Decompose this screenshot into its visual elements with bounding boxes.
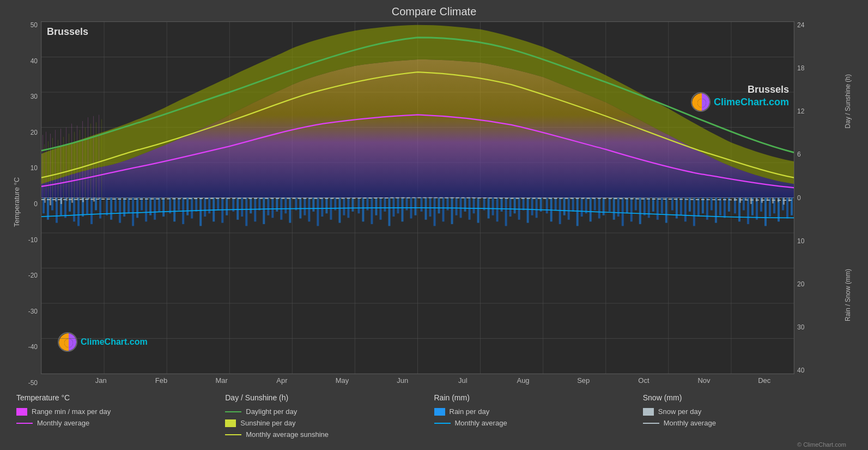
svg-rect-67 — [110, 198, 112, 220]
svg-rect-97 — [245, 198, 247, 226]
svg-rect-125 — [371, 198, 373, 224]
svg-rect-176 — [598, 198, 600, 219]
temp-range-swatch — [16, 408, 27, 416]
svg-rect-73 — [136, 198, 138, 218]
legend-item-temp-avg: Monthly average — [16, 419, 225, 427]
svg-rect-44 — [82, 121, 83, 198]
month-mar: Mar — [191, 376, 252, 385]
svg-rect-175 — [594, 198, 596, 211]
svg-rect-33 — [52, 138, 53, 197]
chart-main: Brussels — [41, 21, 794, 374]
svg-rect-126 — [375, 198, 377, 215]
legend-item-sunshine-bar: Sunshine per day — [225, 419, 434, 427]
legend-item-rain-avg: Monthly average — [434, 419, 643, 427]
svg-rect-47 — [90, 124, 91, 198]
svg-rect-101 — [263, 198, 265, 224]
svg-rect-154 — [501, 198, 503, 212]
svg-rect-66 — [106, 198, 108, 215]
svg-rect-88 — [204, 198, 206, 217]
svg-rect-180 — [617, 198, 620, 217]
legend-title-rain: Rain (mm) — [434, 393, 643, 402]
svg-rect-65 — [99, 198, 101, 219]
svg-rect-204 — [724, 198, 726, 218]
svg-rect-133 — [405, 198, 408, 211]
svg-rect-129 — [388, 198, 390, 226]
legend-item-snow-avg: Monthly average — [643, 419, 852, 427]
svg-rect-102 — [267, 198, 269, 215]
svg-rect-140 — [438, 198, 440, 214]
legend-title-snow: Snow (mm) — [643, 393, 852, 402]
svg-rect-182 — [626, 198, 628, 214]
svg-rect-111 — [308, 198, 310, 222]
svg-rect-30 — [46, 132, 46, 198]
svg-rect-100 — [258, 198, 260, 211]
svg-rect-46 — [88, 117, 88, 197]
svg-rect-153 — [496, 198, 499, 222]
svg-rect-187 — [648, 198, 650, 218]
svg-rect-114 — [321, 198, 323, 217]
svg-rect-141 — [442, 198, 445, 222]
svg-rect-197 — [693, 198, 695, 226]
svg-rect-95 — [236, 198, 239, 220]
svg-rect-72 — [132, 198, 134, 226]
svg-rect-191 — [665, 198, 667, 223]
svg-rect-185 — [639, 198, 641, 224]
month-jun: Jun — [372, 376, 433, 385]
svg-rect-156 — [509, 198, 512, 217]
month-apr: Apr — [252, 376, 312, 385]
snow-swatch — [643, 408, 654, 416]
svg-rect-77 — [154, 198, 156, 220]
month-may: May — [312, 376, 373, 385]
svg-rect-174 — [590, 198, 592, 222]
legend-title-sunshine: Day / Sunshine (h) — [225, 393, 434, 402]
copyright: © ClimeChart.com — [11, 441, 857, 450]
svg-rect-166 — [555, 198, 557, 211]
svg-rect-178 — [609, 198, 611, 212]
svg-rect-164 — [546, 198, 548, 214]
svg-rect-82 — [178, 198, 180, 211]
rain-swatch — [434, 408, 445, 416]
svg-rect-41 — [74, 132, 75, 198]
svg-rect-188 — [652, 198, 654, 212]
svg-rect-89 — [208, 198, 210, 214]
svg-rect-149 — [477, 198, 479, 223]
svg-rect-96 — [241, 198, 243, 217]
svg-rect-240 — [783, 198, 785, 205]
svg-rect-135 — [414, 198, 416, 215]
svg-rect-122 — [357, 198, 360, 214]
snow-avg-line — [643, 423, 659, 424]
legend-item-daylight: Daylight per day — [225, 407, 434, 416]
month-jul: Jul — [433, 376, 493, 385]
svg-rect-70 — [123, 198, 125, 217]
chart-title: Compare Climate — [11, 5, 857, 18]
svg-rect-74 — [141, 198, 143, 211]
x-axis: Jan Feb Mar Apr May Jun Jul Aug Sep Oct … — [71, 374, 794, 387]
svg-rect-60 — [77, 198, 80, 226]
svg-rect-93 — [226, 198, 228, 215]
svg-rect-179 — [613, 198, 615, 220]
svg-rect-183 — [630, 198, 633, 222]
page-container: Compare Climate 50 40 30 20 10 0 -10 -20… — [0, 0, 868, 450]
month-dec: Dec — [734, 376, 794, 385]
svg-rect-168 — [563, 198, 566, 215]
svg-rect-177 — [603, 198, 605, 215]
svg-rect-78 — [158, 198, 160, 212]
svg-rect-194 — [680, 198, 682, 215]
svg-rect-208 — [743, 198, 745, 211]
chart-svg — [41, 22, 794, 374]
right-axis-rain-label: Rain / Snow (mm) — [844, 269, 852, 321]
svg-rect-157 — [514, 198, 516, 214]
svg-rect-172 — [581, 198, 583, 217]
svg-rect-34 — [55, 130, 56, 197]
svg-rect-79 — [162, 198, 165, 217]
month-feb: Feb — [131, 376, 192, 385]
svg-rect-213 — [764, 198, 767, 226]
svg-rect-241 — [788, 198, 790, 202]
svg-rect-104 — [276, 198, 278, 212]
svg-rect-59 — [73, 198, 75, 222]
svg-rect-121 — [351, 198, 354, 212]
svg-rect-43 — [80, 130, 80, 197]
month-oct: Oct — [614, 376, 674, 385]
svg-rect-139 — [434, 198, 436, 226]
svg-rect-128 — [384, 198, 386, 212]
